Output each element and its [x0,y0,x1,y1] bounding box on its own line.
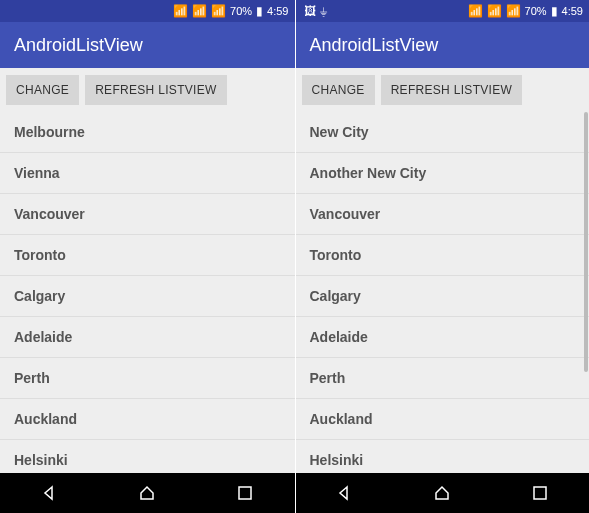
clock: 4:59 [267,5,288,17]
wifi-icon: 📶 [173,4,188,18]
list-item[interactable]: Toronto [296,235,590,276]
nav-back-icon[interactable] [335,484,353,502]
list-item[interactable]: Perth [0,358,295,399]
battery-text: 70% [230,5,252,17]
list-item[interactable]: Melbourne [0,112,295,153]
button-row: CHANGE REFRESH LISTVIEW [0,68,295,112]
button-row: CHANGE REFRESH LISTVIEW [296,68,590,112]
app-title: AndroidListView [14,35,143,56]
signal-icon: 📶 [487,4,502,18]
refresh-button[interactable]: REFRESH LISTVIEW [381,75,522,105]
nav-back-icon[interactable] [40,484,58,502]
list-item[interactable]: Calgary [296,276,590,317]
signal-icon: 📶 [192,4,207,18]
clock: 4:59 [562,5,583,17]
list-view[interactable]: MelbourneViennaVancouverTorontoCalgaryAd… [0,112,295,473]
svg-rect-0 [239,487,251,499]
nav-bar [296,473,590,513]
list-view[interactable]: New CityAnother New CityVancouverToronto… [296,112,590,473]
nav-recent-icon[interactable] [531,484,549,502]
app-title: AndroidListView [310,35,439,56]
signal-icon: 📶 [211,4,226,18]
nav-bar [0,473,295,513]
list-item[interactable]: Auckland [296,399,590,440]
app-bar: AndroidListView [296,22,590,68]
battery-text: 70% [525,5,547,17]
status-bar: 🖼 ⏚ 📶 📶 📶 70% ▮ 4:59 [296,0,590,22]
refresh-button[interactable]: REFRESH LISTVIEW [85,75,226,105]
list-item[interactable]: Helsinki [0,440,295,473]
change-button[interactable]: CHANGE [6,75,79,105]
wifi-icon: 📶 [468,4,483,18]
list-item[interactable]: Vienna [0,153,295,194]
signal-icon: 📶 [506,4,521,18]
list-item[interactable]: Adelaide [0,317,295,358]
list-item[interactable]: Helsinki [296,440,590,473]
list-item[interactable]: Calgary [0,276,295,317]
list-item[interactable]: Auckland [0,399,295,440]
list-item[interactable]: Toronto [0,235,295,276]
app-bar: AndroidListView [0,22,295,68]
list-item[interactable]: Adelaide [296,317,590,358]
image-icon: 🖼 [304,4,316,18]
list-item[interactable]: Perth [296,358,590,399]
nav-home-icon[interactable] [138,484,156,502]
status-left-icons: 🖼 ⏚ [302,4,327,18]
phone-left: 📶 📶 📶 70% ▮ 4:59 AndroidListView CHANGE … [0,0,295,513]
list-item[interactable]: Another New City [296,153,590,194]
list-item[interactable]: Vancouver [296,194,590,235]
battery-icon: ▮ [256,4,263,18]
nav-home-icon[interactable] [433,484,451,502]
nav-recent-icon[interactable] [236,484,254,502]
phone-right: 🖼 ⏚ 📶 📶 📶 70% ▮ 4:59 AndroidListView CHA… [295,0,590,513]
status-bar: 📶 📶 📶 70% ▮ 4:59 [0,0,295,22]
svg-rect-1 [534,487,546,499]
usb-icon: ⏚ [320,4,327,18]
change-button[interactable]: CHANGE [302,75,375,105]
scrollbar[interactable] [584,112,588,372]
list-item[interactable]: Vancouver [0,194,295,235]
list-item[interactable]: New City [296,112,590,153]
battery-icon: ▮ [551,4,558,18]
